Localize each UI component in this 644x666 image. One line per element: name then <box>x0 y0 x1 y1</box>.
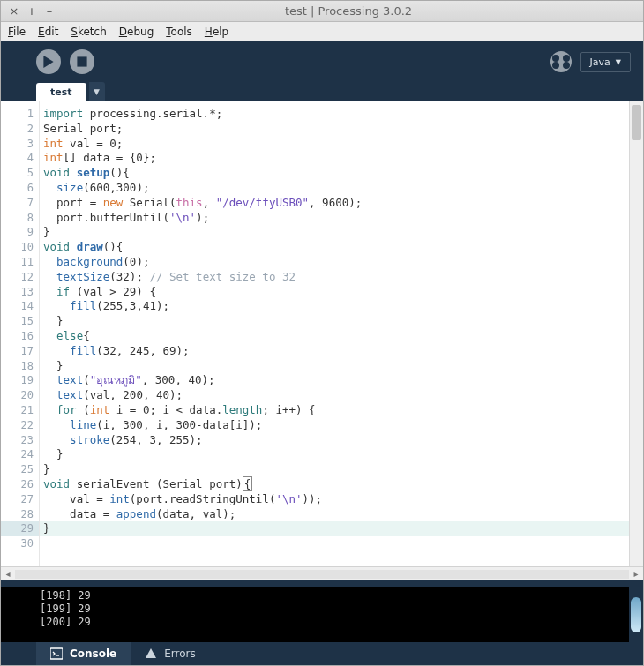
menu-debug[interactable]: Debug <box>119 26 154 38</box>
new-window-icon[interactable]: + <box>26 4 38 18</box>
tab-console-label: Console <box>70 647 116 660</box>
menu-bar: File Edit Sketch Debug Tools Help <box>1 22 643 41</box>
svg-point-4 <box>563 62 570 69</box>
scroll-left-icon[interactable]: ◂ <box>1 569 15 579</box>
svg-rect-0 <box>77 56 86 66</box>
hscroll-track[interactable] <box>15 570 629 579</box>
minimize-window-icon[interactable]: – <box>43 4 56 18</box>
warning-icon <box>145 647 157 660</box>
bottom-tab-bar: Console Errors <box>1 642 643 665</box>
svg-point-1 <box>552 55 559 62</box>
chevron-down-icon: ▼ <box>616 58 621 66</box>
stop-icon <box>76 56 88 68</box>
menu-sketch[interactable]: Sketch <box>71 26 106 38</box>
console-icon <box>50 647 63 660</box>
tab-console[interactable]: Console <box>36 642 131 665</box>
debug-button[interactable] <box>550 51 572 72</box>
scrollbar-thumb[interactable] <box>631 597 641 632</box>
code-area[interactable]: import processing.serial.*;Serial port;i… <box>40 101 629 566</box>
console-scrollbar[interactable] <box>629 587 643 642</box>
toolbar: Java ▼ <box>1 41 643 82</box>
console-output: [198] 29[199] 29[200] 29 <box>1 587 643 642</box>
tab-errors[interactable]: Errors <box>131 642 210 665</box>
editor-horizontal-scrollbar[interactable]: ◂ ▸ <box>1 566 643 580</box>
butterfly-icon <box>550 51 572 72</box>
svg-point-2 <box>563 55 570 62</box>
window-title: test | Processing 3.0.2 <box>61 4 636 18</box>
menu-tools[interactable]: Tools <box>166 26 192 38</box>
menu-edit[interactable]: Edit <box>38 26 58 38</box>
menu-file[interactable]: File <box>8 26 26 38</box>
svg-point-3 <box>552 62 559 69</box>
tab-menu-dropdown[interactable]: ▼ <box>89 82 105 101</box>
svg-rect-5 <box>50 648 63 659</box>
window-titlebar: × + – test | Processing 3.0.2 <box>1 1 643 22</box>
pane-divider[interactable] <box>1 580 643 587</box>
mode-label: Java <box>590 56 610 68</box>
menu-help[interactable]: Help <box>205 26 228 38</box>
tab-errors-label: Errors <box>164 647 196 660</box>
scroll-right-icon[interactable]: ▸ <box>629 569 643 579</box>
scrollbar-thumb[interactable] <box>632 105 641 140</box>
code-editor[interactable]: 1234567891011121314151617181920212223242… <box>1 101 643 566</box>
editor-vertical-scrollbar[interactable] <box>629 101 643 566</box>
close-window-icon[interactable]: × <box>8 4 20 18</box>
run-button[interactable] <box>36 49 61 74</box>
play-icon <box>42 56 55 68</box>
sketch-tab-row: test ▼ <box>1 82 643 101</box>
line-number-gutter: 1234567891011121314151617181920212223242… <box>1 101 40 566</box>
mode-selector[interactable]: Java ▼ <box>580 52 631 72</box>
stop-button[interactable] <box>70 49 94 74</box>
sketch-tab-active[interactable]: test <box>36 83 86 101</box>
